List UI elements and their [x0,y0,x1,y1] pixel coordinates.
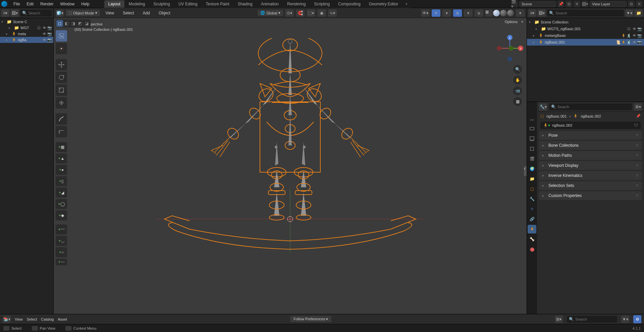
outliner-item-rigbasic[interactable]: ▸ 🧍 rigBa 👁 📷 [0,37,53,43]
outliner-item-metarig[interactable]: ▸ 🧍 meta 👁 📷 [0,31,53,37]
panel-divider[interactable]: ‹ [524,166,527,176]
tool-rotate[interactable] [56,72,67,83]
tool-cursor[interactable] [56,43,67,54]
viewport-canvas[interactable]: +▦ +▲ +● +▯ +◢ +◯ +◆ +〰 +◡ +○ +⋯ User Pe… [54,18,527,314]
panel-custom-properties[interactable]: ▸ Custom Properties ⠿ [539,191,642,200]
menu-render[interactable]: Render [37,0,57,8]
drag-handle-icon[interactable]: ⠿ [636,134,639,137]
checkbox-icon[interactable]: ☑ [37,25,41,30]
gizmo-dropdown[interactable]: ▾ [442,9,451,17]
eye-icon[interactable]: 👁 [42,38,47,42]
props-tab-constraints[interactable]: 🔗 [528,215,536,223]
viewport-menu-add[interactable]: Add [140,9,153,17]
viewlayer-copy-icon[interactable]: ⧉ [628,1,635,7]
workspace-tab-compositing[interactable]: Compositing [334,0,365,8]
overlay-dropdown[interactable]: ▾ [464,9,473,17]
transform-orientation-dropdown[interactable]: 🌐 Global ▾ [258,10,283,16]
workspace-tab-rendering[interactable]: Rendering [283,0,310,8]
props-tab-render[interactable] [528,124,536,133]
props-tab-material[interactable]: ⬤ [528,245,536,254]
camera-icon[interactable]: 📷 [637,33,642,38]
asset-display-dropdown[interactable]: ⊞▾ [555,316,563,323]
select-invert-mode[interactable]: ◩ [76,20,83,27]
drag-handle-icon[interactable]: ⠿ [636,184,639,188]
filter-dropdown[interactable]: ▼▾ [625,9,633,17]
snap-toggle[interactable]: 🧲 [296,9,305,17]
eye-icon[interactable]: 👁 [632,26,637,31]
eye-icon[interactable]: 👁 [42,31,47,36]
blender-logo-icon[interactable] [1,1,7,7]
panel-pose[interactable]: ▸ Pose ⠿ [539,131,642,140]
shield-icon[interactable]: 🛡 [634,123,638,128]
chevron-down-icon[interactable]: ▾ [529,20,533,24]
camera-icon[interactable]: 📷 [47,38,52,42]
tool-add-torus[interactable]: +◯ [56,199,67,209]
tool-transform[interactable] [56,97,67,109]
gizmo-toggle[interactable]: ✛ [432,9,440,17]
workspace-tab-modeling[interactable]: Modeling [125,0,149,8]
outliner-collection-root[interactable]: ▾ 📁 Scene C [0,19,53,25]
properties-search[interactable]: 🔍 [549,104,632,110]
props-tab-physics[interactable]: ⚛ [528,205,536,213]
workspace-tab-sculpting[interactable]: Sculpting [150,0,174,8]
armature-name-input[interactable]: 🧍▾ 🛡 [540,122,641,129]
editor-type-dropdown[interactable]: 🔧▾ [539,103,547,111]
asset-menu-asset[interactable]: Asset [58,317,67,321]
visibility-dropdown[interactable]: 👁▾ [421,9,430,17]
shading-solid[interactable] [493,10,500,16]
eye-icon[interactable]: 👁 [632,40,637,45]
workspace-tab-geometry[interactable]: Geometry Editor [365,0,402,8]
shading-material[interactable] [500,10,507,16]
outliner-search[interactable]: 🔍 [20,10,52,16]
workspace-add-button[interactable]: + [402,0,410,8]
tool-add-cone2[interactable]: +◢ [56,188,67,198]
menu-window[interactable]: Window [57,0,78,8]
editor-type-dropdown[interactable]: 🧊▾ [56,9,64,17]
props-tab-world[interactable]: 🌍 [528,164,536,173]
tool-move[interactable] [56,59,67,70]
props-tab-output[interactable] [528,134,536,143]
panel-bone-collections[interactable]: ▸ Bone Collections ⠿ [539,141,642,150]
viewlayer-delete-icon[interactable]: ✕ [636,1,643,7]
viewlayer-name-input[interactable] [590,1,627,7]
outliner-item-metarig[interactable]: ▸ 🧍 metarigBasic 🧍 🕺 👁 📷 [527,32,644,39]
props-tab-scene[interactable]: 🎬 [528,154,536,163]
camera-icon[interactable]: 📷 [637,40,642,45]
workspace-tab-layout[interactable]: Layout [104,0,124,8]
asset-filter-dropdown[interactable]: ▼▾ [621,316,629,323]
viewport-menu-select[interactable]: Select [119,9,137,17]
editor-type-dropdown[interactable]: ≡▾ [1,9,9,17]
tool-select-box[interactable] [56,30,67,42]
asset-menu-select[interactable]: Select [27,317,37,321]
camera-icon[interactable]: 📷 [47,31,52,36]
outliner-item-wgts[interactable]: ▸ 📁 WGTS_rigBasic.001 ☑ 👁 📷 [527,25,644,32]
snap-dropdown[interactable]: ⬚▾ [307,9,315,17]
editor-type-dropdown[interactable]: 📚▾ [3,316,11,323]
menu-help[interactable]: Help [78,0,93,8]
proportional-edit-toggle[interactable]: ◉ [317,9,326,17]
display-mode-dropdown[interactable]: 🖼▾ [11,9,19,17]
zoom-button[interactable]: 🔍 [513,65,522,74]
outliner-item-wgt[interactable]: ▸ 📁 WGT ☑ 👁 📷 [0,25,53,31]
drag-handle-icon[interactable]: ⠿ [636,164,639,168]
chevron-right-icon[interactable]: ▸ [536,27,540,30]
select-intersect-mode[interactable]: ◪ [83,20,90,27]
properties-options[interactable]: ⚙▾ [634,103,642,111]
display-mode-dropdown[interactable]: 🖼▾ [538,9,546,17]
overlay-toggle[interactable]: ⊚ [453,9,462,17]
chevron-right-icon[interactable]: ▸ [6,38,10,42]
chevron-right-icon[interactable]: ▸ [533,41,537,44]
drag-handle-icon[interactable]: ⠿ [636,154,639,157]
pan-button[interactable]: ✋ [513,76,522,84]
viewport-menu-object[interactable]: Object [155,9,174,17]
tool-add-cube[interactable]: +▦ [56,142,67,152]
menu-file[interactable]: File [10,0,23,8]
outliner-item-rigbasic[interactable]: ▸ 🧍 rigBasic.001 📜 🧍 🕺 👁 📷 [527,39,644,46]
camera-icon[interactable]: 📷 [47,25,52,30]
eye-icon[interactable]: 👁 [632,33,637,38]
asset-menu-catalog[interactable]: Catalog [41,317,54,321]
menu-edit[interactable]: Edit [23,0,37,8]
panel-selection-sets[interactable]: ▸ Selection Sets ⠿ [539,181,642,190]
props-tab-collection[interactable]: 📁 [528,175,536,183]
tool-add-circle[interactable]: +○ [56,247,67,257]
